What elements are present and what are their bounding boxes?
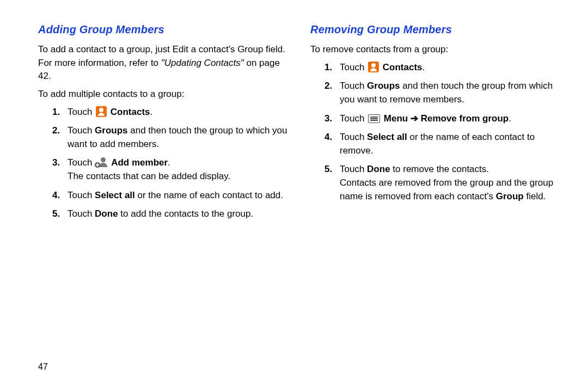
step: Touch Groups and then touch the group fr…	[340, 79, 561, 106]
heading-removing: Removing Group Members	[310, 22, 561, 38]
contacts-icon	[368, 62, 379, 72]
intro-adding-2: To add multiple contacts to a group:	[38, 88, 289, 101]
right-column: Removing Group Members To remove contact…	[310, 22, 561, 226]
heading-adding: Adding Group Members	[38, 22, 289, 38]
step: Touch Select all or the name of each con…	[68, 189, 289, 203]
add-member-icon	[96, 157, 108, 167]
step: Touch Select all or the name of each con…	[340, 131, 561, 157]
step: Touch Contacts.	[68, 106, 289, 119]
step: Touch Add member. The contacts that can …	[68, 156, 289, 183]
step: Touch Done to remove the contacts. Conta…	[340, 163, 561, 203]
step: Touch Done to add the contacts to the gr…	[68, 207, 289, 221]
steps-adding: Touch Contacts. Touch Groups and then to…	[38, 106, 289, 221]
manual-page: Adding Group Members To add a contact to…	[0, 0, 588, 226]
left-column: Adding Group Members To add a contact to…	[38, 22, 289, 226]
step: Touch Groups and then touch the group to…	[68, 124, 289, 151]
step: Touch Menu ➔ Remove from group.	[340, 112, 561, 126]
step: Touch Contacts.	[340, 61, 561, 75]
intro-adding-1: To add a contact to a group, just Edit a…	[38, 43, 289, 83]
steps-removing: Touch Contacts. Touch Groups and then to…	[310, 61, 561, 204]
page-number: 47	[38, 360, 48, 373]
contacts-icon	[96, 106, 107, 117]
intro-removing: To remove contacts from a group:	[310, 43, 561, 57]
menu-icon	[368, 114, 380, 123]
